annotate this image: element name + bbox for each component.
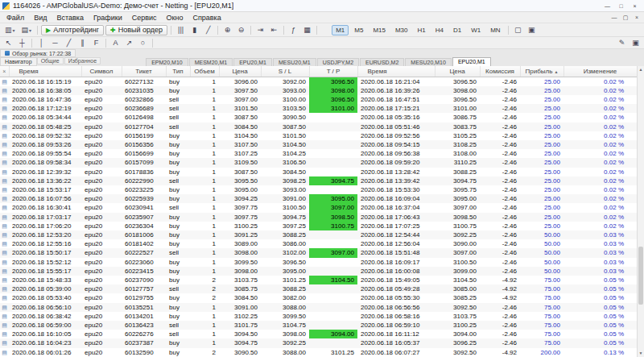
- chart-tab[interactable]: MESM20,M1: [189, 58, 233, 66]
- column-header-commission[interactable]: Комиссия: [480, 66, 520, 77]
- history-row[interactable]: ▤2020.06.18 15:52:12epu2060223060buy1309…: [0, 258, 637, 267]
- indicators-button[interactable]: ƒ: [287, 25, 299, 35]
- objects-button[interactable]: ▦: [301, 25, 313, 35]
- navigator-tab-избранное[interactable]: Избранное: [64, 57, 101, 64]
- column-header-type[interactable]: Тип: [166, 66, 190, 77]
- chart-tab[interactable]: EPU20,M1: [233, 58, 272, 66]
- column-header-open-time[interactable]: Время: [9, 66, 81, 77]
- channel-button[interactable]: ∥: [76, 38, 89, 48]
- algo-trading-button[interactable]: ▶Алготрейдинг: [41, 25, 104, 35]
- close-history-panel-button[interactable]: ×: [0, 66, 9, 77]
- history-row[interactable]: ▤2020.06.18 16:15:19epu2060227132buy1309…: [0, 77, 637, 86]
- history-row[interactable]: ▤2020.06.18 05:34:44epu2060126498sell130…: [0, 113, 637, 122]
- history-row[interactable]: ▤2020.06.18 12:39:32epu2060178836buy1308…: [0, 168, 637, 176]
- profiles-button[interactable]: ▤▾: [19, 25, 35, 35]
- menu-item-сервис[interactable]: Сервис: [127, 14, 162, 22]
- history-row[interactable]: ▤2020.06.18 16:47:36epu2060232866sell130…: [0, 95, 637, 104]
- history-row[interactable]: ▤2020.06.18 15:50:17epu2060222527sell130…: [0, 248, 637, 257]
- child-close-button[interactable]: ×: [631, 15, 642, 21]
- history-row[interactable]: ▤2020.06.18 05:53:40epu2060129755buy2308…: [0, 293, 637, 302]
- column-header-change[interactable]: Изменение: [564, 66, 637, 77]
- navigator-panel-tab[interactable]: Навигатор: [0, 57, 37, 66]
- column-header-price[interactable]: Цена: [219, 66, 261, 77]
- timeframe-h4[interactable]: H4: [431, 25, 448, 35]
- history-row[interactable]: ▤2020.06.18 15:48:33epu2060237090buy2310…: [0, 276, 637, 284]
- child-restore-button[interactable]: ▢: [620, 15, 631, 21]
- chart-tab[interactable]: USDJPY,M2: [317, 58, 359, 66]
- chart-tab[interactable]: MESU20,M10: [405, 58, 452, 66]
- horizontal-line-button[interactable]: ─: [49, 38, 61, 48]
- arrow-object-button[interactable]: ↗: [123, 38, 135, 48]
- new-order-button[interactable]: ✚Новый ордер: [105, 25, 167, 35]
- scroll-track[interactable]: [638, 73, 644, 350]
- column-header-profit[interactable]: Прибыль▲: [520, 66, 564, 77]
- chart-tab[interactable]: EURUSD,M2: [360, 58, 404, 66]
- zoom-in-button[interactable]: ⊕: [221, 25, 233, 35]
- history-row[interactable]: ▤2020.06.18 09:53:26epu2060156356buy1310…: [0, 140, 637, 149]
- fibonacci-button[interactable]: F: [90, 38, 102, 48]
- history-row[interactable]: ▤2020.06.18 09:58:34epu2060157099buy1310…: [0, 158, 637, 167]
- chart-tab[interactable]: MESU20,M1: [273, 58, 316, 66]
- history-row[interactable]: ▤2020.06.18 16:30:41epu2060230941sell130…: [0, 203, 637, 212]
- cascade-windows-button[interactable]: ▣: [526, 25, 538, 35]
- vertical-line-button[interactable]: │: [35, 38, 47, 48]
- line-chart-button[interactable]: ╱: [202, 25, 214, 35]
- dock-button[interactable]: ▣: [630, 38, 642, 48]
- history-row[interactable]: ▤2020.06.18 16:07:56epu2060225939buy1309…: [0, 194, 637, 203]
- menu-item-графики[interactable]: Графики: [89, 14, 127, 22]
- child-minimize-button[interactable]: —: [609, 15, 620, 21]
- history-row[interactable]: ▤2020.06.18 17:03:17epu2060235907buy1309…: [0, 213, 637, 222]
- column-header-symbol[interactable]: Символ: [81, 66, 122, 77]
- column-header-stop-loss[interactable]: S / L: [261, 66, 309, 77]
- timeframe-h1[interactable]: H1: [414, 25, 430, 35]
- chart-tab[interactable]: EPU20,M1: [452, 57, 491, 66]
- history-row[interactable]: ▤2020.06.18 15:53:17epu2060223225buy1309…: [0, 185, 637, 194]
- zoom-out-button[interactable]: ⊖: [235, 25, 247, 35]
- scroll-down-button[interactable]: ▼: [638, 350, 644, 357]
- history-row[interactable]: ▤2020.06.18 09:55:54epu2060156699buy1310…: [0, 149, 637, 158]
- column-header-volume[interactable]: Объем: [190, 66, 219, 77]
- history-row[interactable]: ▤2020.06.18 17:06:20epu2060236304buy1310…: [0, 222, 637, 230]
- history-row[interactable]: ▤2020.06.18 06:01:26epu2060132590buy2309…: [0, 348, 637, 357]
- trendline-button[interactable]: ╱: [63, 38, 75, 48]
- column-header-close-time[interactable]: Время: [357, 66, 435, 77]
- maximize-button[interactable]: □: [614, 3, 628, 9]
- cursor-button[interactable]: ↖: [2, 38, 14, 48]
- menu-item-файл[interactable]: Файл: [2, 14, 29, 22]
- crosshair-button[interactable]: ┼: [16, 38, 28, 48]
- history-row[interactable]: ▤2020.06.18 05:39:00epu2060127757sell230…: [0, 284, 637, 293]
- vertical-scrollbar[interactable]: ▲ ▼: [637, 66, 644, 357]
- text-button[interactable]: A: [109, 38, 122, 48]
- timeframe-mn[interactable]: MN: [486, 25, 504, 35]
- history-row[interactable]: ▤2020.06.18 06:38:42epu2060134201buy1310…: [0, 312, 637, 321]
- timeframe-w1[interactable]: W1: [467, 25, 485, 35]
- history-row[interactable]: ▤2020.06.18 16:38:05epu2060231035buy1309…: [0, 86, 637, 95]
- close-button[interactable]: ×: [628, 3, 642, 9]
- history-row[interactable]: ▤2020.06.18 16:10:05epu2060226276sell130…: [0, 330, 637, 338]
- shapes-button[interactable]: ○: [137, 38, 149, 48]
- navigator-tab-общие[interactable]: Общие: [37, 57, 64, 64]
- auto-scroll-button[interactable]: ⇥: [254, 25, 266, 35]
- timeframe-m30[interactable]: M30: [391, 25, 412, 35]
- tile-windows-button[interactable]: ▢: [512, 25, 524, 35]
- scroll-thumb[interactable]: [638, 247, 643, 305]
- minimize-button[interactable]: —: [601, 3, 614, 9]
- menu-item-окно[interactable]: Окно: [162, 14, 188, 22]
- history-row[interactable]: ▤2020.06.18 12:53:20epu2060181006buy1309…: [0, 230, 637, 239]
- history-row[interactable]: ▤2020.06.18 05:48:25epu2060127704sell130…: [0, 122, 637, 131]
- history-row[interactable]: ▤2020.06.18 06:56:10epu2060135251buy1309…: [0, 303, 637, 312]
- menu-item-вид[interactable]: Вид: [29, 14, 52, 22]
- menu-item-справка[interactable]: Справка: [188, 14, 225, 22]
- history-row[interactable]: ▤2020.06.18 12:55:16epu2060181402buy1308…: [0, 239, 637, 248]
- timeframe-m1[interactable]: M1: [332, 25, 349, 35]
- menu-item-вставка[interactable]: Вставка: [52, 14, 88, 22]
- history-row[interactable]: ▤2020.06.18 09:52:32epu2060156199buy1310…: [0, 131, 637, 140]
- timeframe-m5[interactable]: M5: [350, 25, 367, 35]
- history-row[interactable]: ▤2020.06.18 06:59:00epu2060136423sell131…: [0, 321, 637, 330]
- timeframe-m15[interactable]: M15: [369, 25, 390, 35]
- history-row[interactable]: ▤2020.06.18 13:36:22epu2060222990sell130…: [0, 176, 637, 185]
- timeframe-d1[interactable]: D1: [449, 25, 465, 35]
- history-row[interactable]: ▤2020.06.18 17:12:19epu2060236689sell131…: [0, 104, 637, 113]
- candlestick-chart-button[interactable]: ▮: [188, 25, 200, 35]
- scroll-up-button[interactable]: ▲: [638, 66, 644, 73]
